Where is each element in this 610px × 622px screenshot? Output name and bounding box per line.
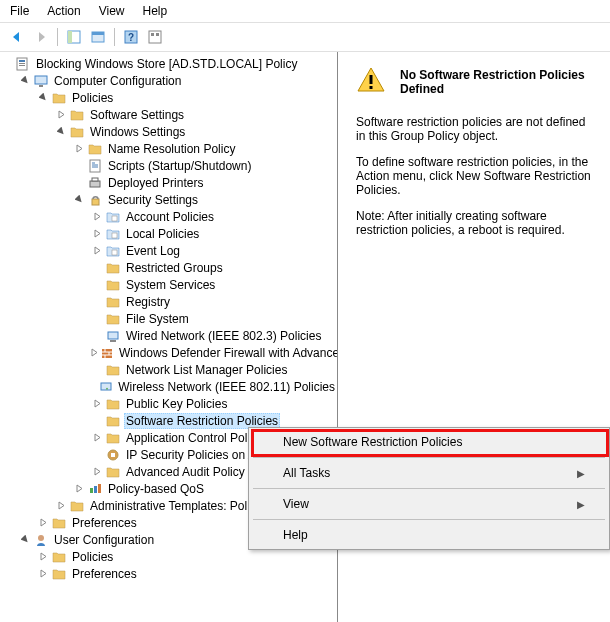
tree-wireless-network[interactable]: Wireless Network (IEEE 802.11) Policies bbox=[90, 378, 337, 395]
expand-icon[interactable] bbox=[90, 397, 104, 411]
refresh-button[interactable] bbox=[144, 26, 166, 48]
svg-rect-20 bbox=[112, 233, 117, 238]
svg-rect-32 bbox=[370, 75, 373, 84]
expand-icon[interactable] bbox=[36, 567, 50, 581]
tree-label: Security Settings bbox=[106, 193, 200, 207]
folder-icon bbox=[51, 90, 67, 106]
tree-label: Windows Settings bbox=[88, 125, 187, 139]
expand-icon[interactable] bbox=[36, 550, 50, 564]
ctx-help[interactable]: Help bbox=[251, 523, 607, 547]
tree-deployed-printers[interactable]: Deployed Printers bbox=[72, 174, 337, 191]
menu-view[interactable]: View bbox=[99, 4, 125, 18]
qos-icon bbox=[87, 481, 103, 497]
blank-expander bbox=[0, 57, 14, 71]
tree-local-policies[interactable]: Local Policies bbox=[90, 225, 337, 242]
tree-name-resolution[interactable]: Name Resolution Policy bbox=[72, 140, 337, 157]
svg-rect-14 bbox=[39, 85, 43, 87]
folder-icon bbox=[69, 107, 85, 123]
tree-label: Preferences bbox=[70, 567, 139, 581]
warning-header: No Software Restriction Policies Defined bbox=[356, 66, 598, 97]
collapse-icon[interactable] bbox=[18, 533, 32, 547]
collapse-icon[interactable] bbox=[18, 74, 32, 88]
ipsec-icon bbox=[105, 447, 121, 463]
tree-network-list[interactable]: Network List Manager Policies bbox=[90, 361, 337, 378]
expand-icon[interactable] bbox=[90, 431, 104, 445]
toolbar: ? bbox=[0, 23, 610, 52]
expand-icon[interactable] bbox=[72, 482, 86, 496]
tree-account-policies[interactable]: Account Policies bbox=[90, 208, 337, 225]
expand-icon[interactable] bbox=[36, 516, 50, 530]
menu-action[interactable]: Action bbox=[47, 4, 80, 18]
expand-icon[interactable] bbox=[90, 465, 104, 479]
tree-label: Computer Configuration bbox=[52, 74, 183, 88]
folder-icon bbox=[105, 464, 121, 480]
ctx-label: Help bbox=[283, 528, 308, 542]
tree-event-log[interactable]: Event Log bbox=[90, 242, 337, 259]
svg-rect-11 bbox=[19, 63, 25, 64]
expand-icon[interactable] bbox=[90, 227, 104, 241]
ctx-label: New Software Restriction Policies bbox=[283, 435, 462, 449]
tree-user-preferences[interactable]: Preferences bbox=[36, 565, 337, 582]
blank-expander bbox=[90, 448, 104, 462]
tree-label: Name Resolution Policy bbox=[106, 142, 237, 156]
svg-rect-25 bbox=[101, 383, 111, 390]
tree-user-policies[interactable]: Policies bbox=[36, 548, 337, 565]
tree-public-key[interactable]: Public Key Policies bbox=[90, 395, 337, 412]
tree-firewall[interactable]: Windows Defender Firewall with Advanced … bbox=[90, 344, 337, 361]
back-button[interactable] bbox=[6, 26, 28, 48]
tree-label: Registry bbox=[124, 295, 172, 309]
expand-icon[interactable] bbox=[54, 499, 68, 513]
expand-icon[interactable] bbox=[54, 108, 68, 122]
tree-policies[interactable]: Policies bbox=[36, 89, 337, 106]
menu-help[interactable]: Help bbox=[143, 4, 168, 18]
tree-computer-config[interactable]: Computer Configuration bbox=[18, 72, 337, 89]
expand-icon[interactable] bbox=[90, 346, 99, 360]
wireless-icon bbox=[99, 379, 113, 395]
tree-file-system[interactable]: File System bbox=[90, 310, 337, 327]
expand-icon[interactable] bbox=[72, 142, 86, 156]
policy-folder-icon bbox=[105, 243, 121, 259]
ctx-view[interactable]: View▶ bbox=[251, 492, 607, 516]
tree-restricted-groups[interactable]: Restricted Groups bbox=[90, 259, 337, 276]
svg-rect-6 bbox=[149, 31, 161, 43]
ctx-all-tasks[interactable]: All Tasks▶ bbox=[251, 461, 607, 485]
collapse-icon[interactable] bbox=[54, 125, 68, 139]
show-hide-tree-button[interactable] bbox=[63, 26, 85, 48]
warning-icon bbox=[356, 66, 386, 97]
script-icon bbox=[87, 158, 103, 174]
svg-rect-7 bbox=[151, 33, 154, 36]
blank-expander bbox=[90, 261, 104, 275]
menu-file[interactable]: File bbox=[10, 4, 29, 18]
submenu-arrow-icon: ▶ bbox=[577, 468, 585, 479]
svg-rect-24 bbox=[102, 349, 112, 358]
ctx-new-software-restriction[interactable]: New Software Restriction Policies bbox=[251, 430, 607, 454]
tree-software-settings[interactable]: Software Settings bbox=[54, 106, 337, 123]
svg-rect-23 bbox=[110, 340, 116, 342]
help-button[interactable]: ? bbox=[120, 26, 142, 48]
tree-scripts[interactable]: Scripts (Startup/Shutdown) bbox=[72, 157, 337, 174]
expand-icon[interactable] bbox=[90, 244, 104, 258]
tree-root[interactable]: Blocking Windows Store [AD.STD.LOCAL] Po… bbox=[0, 55, 337, 72]
toolbar-separator bbox=[57, 28, 58, 46]
tree-label: User Configuration bbox=[52, 533, 156, 547]
tree-system-services[interactable]: System Services bbox=[90, 276, 337, 293]
tree-label: Preferences bbox=[70, 516, 139, 530]
properties-button[interactable] bbox=[87, 26, 109, 48]
blank-expander bbox=[90, 278, 104, 292]
collapse-icon[interactable] bbox=[36, 91, 50, 105]
tree-security-settings[interactable]: Security Settings bbox=[72, 191, 337, 208]
expand-icon[interactable] bbox=[90, 210, 104, 224]
tree-label: Deployed Printers bbox=[106, 176, 205, 190]
ctx-separator bbox=[253, 488, 605, 489]
tree-windows-settings[interactable]: Windows Settings bbox=[54, 123, 337, 140]
folder-icon bbox=[87, 141, 103, 157]
tree-wired-network[interactable]: Wired Network (IEEE 802.3) Policies bbox=[90, 327, 337, 344]
svg-rect-29 bbox=[94, 486, 97, 493]
firewall-icon bbox=[100, 345, 114, 361]
forward-button[interactable] bbox=[30, 26, 52, 48]
tree-registry[interactable]: Registry bbox=[90, 293, 337, 310]
blank-expander bbox=[90, 329, 104, 343]
tree-label: Policy-based QoS bbox=[106, 482, 206, 496]
svg-rect-21 bbox=[112, 250, 117, 255]
collapse-icon[interactable] bbox=[72, 193, 86, 207]
